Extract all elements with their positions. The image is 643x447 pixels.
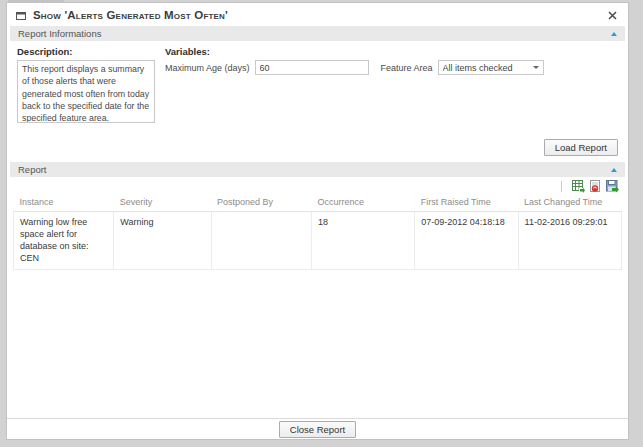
- description-label: Description:: [17, 46, 159, 57]
- report-header[interactable]: Report: [10, 162, 625, 177]
- column-header-first-raised-time[interactable]: First Raised Time: [415, 195, 518, 212]
- feature-area-value: All items checked: [443, 63, 513, 73]
- maximum-age-label: Maximum Age (days): [165, 63, 250, 73]
- cell-instance: Warning low free space alert for databas…: [14, 212, 114, 270]
- export-to-file-icon[interactable]: [606, 180, 619, 193]
- feature-area-label: Feature Area: [381, 63, 433, 73]
- dialog-footer: Close Report: [7, 418, 628, 439]
- cell-occurrence: 18: [311, 212, 414, 270]
- column-header-occurrence[interactable]: Occurrence: [311, 195, 414, 212]
- dialog-titlebar: Show 'Alerts Generated Most Often': [7, 3, 628, 25]
- toolbar-separator: [561, 181, 562, 192]
- table-header-row: Instance Severity Postponed By Occurrenc…: [14, 195, 622, 212]
- chevron-down-icon[interactable]: [529, 61, 543, 74]
- column-header-postponed-by[interactable]: Postponed By: [211, 195, 311, 212]
- report-informations-body: Description: This report displays a summ…: [7, 41, 628, 123]
- cell-last-changed-time: 11-02-2016 09:29:01: [518, 212, 621, 270]
- variables-row: Maximum Age (days) Feature Area All item…: [165, 60, 620, 75]
- description-textbox[interactable]: This report displays a summary of those …: [17, 60, 155, 123]
- alerts-report-dialog: Show 'Alerts Generated Most Often' Repor…: [6, 2, 629, 440]
- screen: { "window": { "title": "Show 'Alerts Gen…: [0, 0, 643, 447]
- load-report-button[interactable]: Load Report: [544, 139, 618, 156]
- report-toolbar: [7, 177, 628, 195]
- report-informations-header-label: Report Informations: [18, 28, 101, 39]
- column-header-last-changed-time[interactable]: Last Changed Time: [518, 195, 621, 212]
- cell-severity: Warning: [114, 212, 211, 270]
- description-column: Description: This report displays a summ…: [17, 46, 159, 123]
- feature-area-dropdown[interactable]: All items checked: [438, 60, 544, 75]
- close-icon[interactable]: [605, 8, 619, 22]
- variables-label: Variables:: [165, 46, 620, 57]
- load-report-row: Load Report: [7, 123, 628, 161]
- report-table-area: Instance Severity Postponed By Occurrenc…: [7, 195, 628, 418]
- cell-postponed-by: [211, 212, 311, 270]
- report-header-label: Report: [18, 164, 47, 175]
- collapse-arrow-icon[interactable]: [611, 32, 617, 36]
- export-to-excel-icon[interactable]: [572, 180, 585, 193]
- column-header-instance[interactable]: Instance: [14, 195, 114, 212]
- column-header-severity[interactable]: Severity: [114, 195, 211, 212]
- report-table: Instance Severity Postponed By Occurrenc…: [13, 195, 622, 270]
- collapse-arrow-icon[interactable]: [611, 168, 617, 172]
- window-icon: [16, 11, 27, 21]
- dialog-title: Show 'Alerts Generated Most Often': [33, 9, 228, 21]
- table-row[interactable]: Warning low free space alert for databas…: [14, 212, 622, 270]
- maximum-age-input[interactable]: [255, 60, 369, 75]
- close-report-button[interactable]: Close Report: [279, 421, 356, 438]
- cell-first-raised-time: 07-09-2012 04:18:18: [415, 212, 518, 270]
- export-to-pdf-icon[interactable]: [589, 180, 602, 193]
- report-informations-header[interactable]: Report Informations: [10, 26, 625, 41]
- variables-column: Variables: Maximum Age (days) Feature Ar…: [165, 46, 620, 123]
